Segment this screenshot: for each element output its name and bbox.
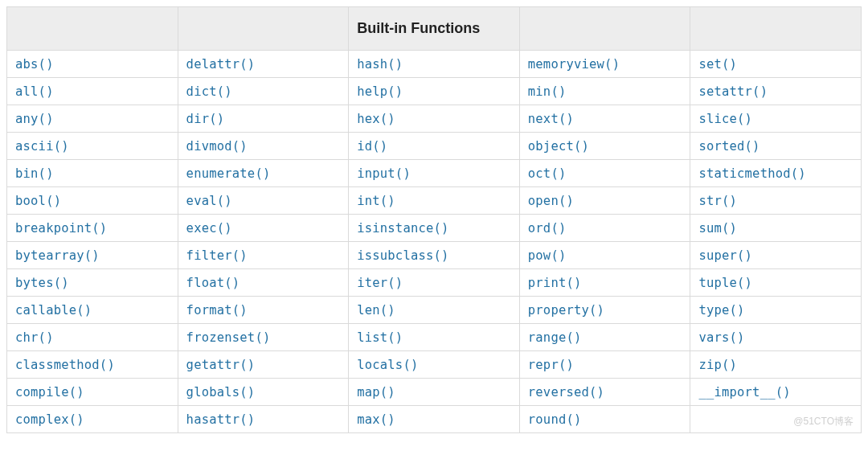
function-link[interactable]: reversed() <box>528 385 604 400</box>
function-link[interactable]: pow() <box>528 248 567 263</box>
function-link[interactable]: complex() <box>15 412 84 427</box>
function-link[interactable]: min() <box>528 84 567 99</box>
function-link[interactable]: max() <box>357 412 395 427</box>
function-link[interactable]: float() <box>186 276 240 290</box>
function-link[interactable]: setattr() <box>698 84 768 99</box>
function-link[interactable]: str() <box>698 194 737 208</box>
table-row: bin()enumerate()input()oct()staticmethod… <box>7 160 862 187</box>
table-cell: callable() <box>7 297 178 324</box>
table-row: all()dict()help()min()setattr() <box>7 78 862 105</box>
function-link[interactable]: format() <box>186 303 248 318</box>
function-link[interactable]: globals() <box>186 385 256 400</box>
table-cell: zip() <box>690 351 862 379</box>
function-link[interactable]: divmod() <box>186 139 248 154</box>
function-link[interactable]: dict() <box>186 84 232 99</box>
function-link[interactable]: bool() <box>15 194 61 208</box>
function-link[interactable]: input() <box>357 166 411 181</box>
table-cell: int() <box>349 187 520 215</box>
function-link[interactable]: zip() <box>698 358 737 372</box>
function-link[interactable]: frozenset() <box>186 330 271 345</box>
table-cell: property() <box>519 297 690 324</box>
function-link[interactable]: int() <box>357 194 395 208</box>
function-link[interactable]: __import__() <box>698 385 790 400</box>
function-link[interactable]: iter() <box>357 276 403 290</box>
table-cell: max() <box>349 406 520 433</box>
table-cell: isinstance() <box>349 215 520 242</box>
function-link[interactable]: type() <box>698 303 744 318</box>
function-link[interactable]: help() <box>357 84 403 99</box>
function-link[interactable]: delattr() <box>186 57 256 72</box>
function-link[interactable]: memoryview() <box>528 57 620 72</box>
table-cell: hash() <box>349 51 520 78</box>
function-link[interactable]: slice() <box>698 112 752 126</box>
function-link[interactable]: hex() <box>357 112 395 126</box>
function-link[interactable]: breakpoint() <box>15 221 107 236</box>
table-cell: getattr() <box>178 351 349 379</box>
table-cell: pow() <box>519 242 690 269</box>
function-link[interactable]: bytes() <box>15 276 69 290</box>
function-link[interactable]: id() <box>357 139 387 154</box>
function-link[interactable]: object() <box>528 139 589 154</box>
function-link[interactable]: isinstance() <box>357 221 448 236</box>
function-link[interactable]: set() <box>698 57 737 72</box>
function-link[interactable]: sum() <box>698 221 737 236</box>
function-link[interactable]: locals() <box>357 358 418 372</box>
table-row: breakpoint()exec()isinstance()ord()sum() <box>7 215 862 242</box>
function-link[interactable]: list() <box>357 330 403 345</box>
table-cell: sorted() <box>690 133 862 160</box>
function-link[interactable]: open() <box>528 194 574 208</box>
header-col-4 <box>690 7 862 51</box>
function-link[interactable]: ord() <box>528 221 567 236</box>
function-link[interactable]: filter() <box>186 248 248 263</box>
function-link[interactable]: len() <box>357 303 395 318</box>
table-cell: list() <box>349 324 520 351</box>
table-cell: complex() <box>7 406 178 433</box>
function-link[interactable]: abs() <box>15 57 54 72</box>
function-link[interactable]: range() <box>528 330 582 345</box>
function-link[interactable]: callable() <box>15 303 92 318</box>
function-link[interactable]: property() <box>528 303 604 318</box>
table-row: compile()globals()map()reversed()__impor… <box>7 379 862 406</box>
function-link[interactable]: any() <box>15 112 54 126</box>
table-cell: locals() <box>349 351 520 379</box>
function-link[interactable]: bin() <box>15 166 54 181</box>
function-link[interactable]: classmethod() <box>15 358 115 372</box>
function-link[interactable]: exec() <box>186 221 232 236</box>
function-link[interactable]: compile() <box>15 385 84 400</box>
table-cell: all() <box>7 78 178 105</box>
table-cell: format() <box>178 297 349 324</box>
function-link[interactable]: round() <box>528 412 582 427</box>
table-cell: classmethod() <box>7 351 178 379</box>
function-link[interactable]: super() <box>698 248 752 263</box>
function-link[interactable]: vars() <box>698 330 744 345</box>
function-link[interactable]: sorted() <box>698 139 760 154</box>
function-link[interactable]: oct() <box>528 166 567 181</box>
function-link[interactable]: hash() <box>357 57 403 72</box>
function-link[interactable]: eval() <box>186 194 232 208</box>
function-link[interactable]: enumerate() <box>186 166 271 181</box>
function-link[interactable]: bytearray() <box>15 248 100 263</box>
table-cell: dir() <box>178 105 349 133</box>
table-cell: divmod() <box>178 133 349 160</box>
table-cell: repr() <box>519 351 690 379</box>
table-cell: print() <box>519 269 690 297</box>
function-link[interactable]: chr() <box>15 330 54 345</box>
function-link[interactable]: getattr() <box>186 358 256 372</box>
function-link[interactable]: dir() <box>186 112 225 126</box>
table-cell: id() <box>349 133 520 160</box>
table-cell: chr() <box>7 324 178 351</box>
function-link[interactable]: staticmethod() <box>698 166 805 181</box>
function-link[interactable]: repr() <box>528 358 574 372</box>
function-link[interactable]: tuple() <box>698 276 752 290</box>
function-link[interactable]: print() <box>528 276 582 290</box>
table-header-row: Built-in Functions <box>7 7 862 51</box>
function-link[interactable]: issubclass() <box>357 248 448 263</box>
table-cell: open() <box>519 187 690 215</box>
table-cell: iter() <box>349 269 520 297</box>
function-link[interactable]: all() <box>15 84 54 99</box>
function-link[interactable]: map() <box>357 385 395 400</box>
function-link[interactable]: hasattr() <box>186 412 256 427</box>
function-link[interactable]: ascii() <box>15 139 69 154</box>
function-link[interactable]: next() <box>528 112 574 126</box>
table-cell: frozenset() <box>178 324 349 351</box>
